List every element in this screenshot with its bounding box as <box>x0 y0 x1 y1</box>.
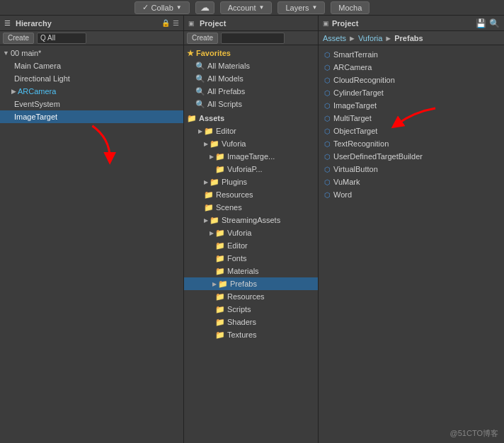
proj-item-all-prefabs[interactable]: 🔍 All Prefabs <box>184 85 318 98</box>
assets-section[interactable]: 📁 Assets <box>184 112 318 125</box>
proj-item-vuforiap-folder[interactable]: 📁 VuforiaP... <box>184 163 318 176</box>
assets-header-left: ▣ Project <box>323 19 358 28</box>
proj-item-all-scripts[interactable]: 🔍 All Scripts <box>184 98 318 110</box>
collab-caret: ▼ <box>176 4 182 11</box>
mocha-button[interactable]: Mocha <box>331 1 370 14</box>
asset-item-word[interactable]: ⬡ Word <box>319 188 504 201</box>
breadcrumb-vuforia[interactable]: Vuforia <box>358 34 382 42</box>
project-create-button[interactable]: Create <box>187 33 218 44</box>
asset-item-multi-target[interactable]: ⬡ MultiTarget <box>319 112 504 125</box>
asset-item-object-target[interactable]: ⬡ ObjectTarget <box>319 125 504 137</box>
hier-label-directional-light: Directional Light <box>14 74 70 83</box>
fonts-folder-icon: 📁 <box>215 254 225 263</box>
proj-item-editor[interactable]: ▶ 📁 Editor <box>184 125 318 137</box>
proj-label-resources2: Resources <box>227 292 265 301</box>
assets-panel-icon: ▣ <box>323 20 329 27</box>
proj-item-resources1[interactable]: 📁 Resources <box>184 188 318 201</box>
assets-header: ▣ Project 💾 🔍 <box>319 16 504 31</box>
assets-panel-title: Project <box>332 19 358 28</box>
proj-item-imagetarget-folder[interactable]: ▶ 📁 ImageTarge... <box>184 150 318 163</box>
breadcrumb-assets[interactable]: Assets <box>323 34 346 42</box>
proj-label-editor: Editor <box>216 127 236 135</box>
asset-item-cloud-recognition[interactable]: ⬡ CloudRecognition <box>319 74 504 86</box>
proj-label-imagetarget: ImageTarge... <box>227 152 275 161</box>
cloud-button[interactable]: ☁ <box>195 1 214 14</box>
collab-button[interactable]: ✓ Collab ▼ <box>134 1 190 14</box>
project-search-input[interactable] <box>221 33 285 44</box>
hierarchy-search-input[interactable] <box>37 33 86 44</box>
proj-label-all-scripts: All Scripts <box>207 100 242 108</box>
editor-folder-icon: 📁 <box>204 127 214 136</box>
editor-arrow: ▶ <box>198 128 202 134</box>
word-icon: ⬡ <box>324 191 331 199</box>
plugins-arrow: ▶ <box>204 179 208 185</box>
proj-item-scripts[interactable]: 📁 Scripts <box>184 303 318 316</box>
hier-item-image-target[interactable]: ImageTarget <box>0 110 183 123</box>
asset-label-object-target: ObjectTarget <box>333 127 377 135</box>
project-header: ▣ Project <box>184 16 318 31</box>
account-button[interactable]: Account ▼ <box>220 1 273 14</box>
hierarchy-create-button[interactable]: Create <box>3 33 34 44</box>
proj-item-fonts[interactable]: 📁 Fonts <box>184 252 318 265</box>
asset-item-virtual-button[interactable]: ⬡ VirtualButton <box>319 163 504 176</box>
asset-item-ar-camera[interactable]: ⬡ ARCamera <box>319 61 504 74</box>
collab-label: Collab <box>151 4 173 12</box>
lock-icon[interactable]: 🔒 <box>161 19 170 27</box>
proj-label-shaders: Shaders <box>227 318 256 326</box>
proj-item-editor2[interactable]: 📁 Editor <box>184 239 318 252</box>
asset-item-user-defined[interactable]: ⬡ UserDefinedTargetBuilder <box>319 150 504 163</box>
virtual-button-icon: ⬡ <box>324 166 331 173</box>
proj-label-all-materials: All Materials <box>207 62 250 70</box>
hier-item-main-camera[interactable]: Main Camera <box>0 59 183 72</box>
proj-item-plugins[interactable]: ▶ 📁 Plugins <box>184 176 318 188</box>
asset-label-user-defined: UserDefinedTargetBuilder <box>333 152 423 161</box>
streaming-arrow: ▶ <box>204 217 208 224</box>
proj-item-materials[interactable]: 📁 Materials <box>184 265 318 277</box>
asset-label-text-recognition: TextRecognition <box>333 139 389 148</box>
asset-label-word: Word <box>333 190 352 199</box>
layers-button[interactable]: Layers ▼ <box>277 1 325 14</box>
imagetarget-arrow: ▶ <box>210 154 214 160</box>
hier-item-00main[interactable]: ▼ 00 main* <box>0 47 183 59</box>
proj-item-resources2[interactable]: 📁 Resources <box>184 290 318 303</box>
hierarchy-toolbar: Create <box>0 31 183 45</box>
proj-item-textures[interactable]: 📁 Textures <box>184 328 318 341</box>
user-defined-icon: ⬡ <box>324 153 331 161</box>
proj-label-materials: Materials <box>227 267 259 275</box>
layers-caret: ▼ <box>311 4 317 11</box>
resources2-folder-icon: 📁 <box>215 292 225 301</box>
imagetarget-folder-icon: 📁 <box>215 152 225 161</box>
asset-item-vumark[interactable]: ⬡ VuMark <box>319 176 504 188</box>
asset-item-smart-terrain[interactable]: ⬡ SmartTerrain <box>319 48 504 61</box>
breadcrumb-sep2: ► <box>384 34 392 42</box>
hier-arrow-ar-camera: ▶ <box>11 88 16 95</box>
proj-item-vuforia1[interactable]: ▶ 📁 Vuforia <box>184 137 318 150</box>
favorites-section[interactable]: ★ Favorites <box>184 47 318 59</box>
search-panel-icon[interactable]: 🔍 <box>489 18 500 28</box>
proj-item-scenes[interactable]: 📁 Scenes <box>184 201 318 214</box>
asset-item-text-recognition[interactable]: ⬡ TextRecognition <box>319 137 504 150</box>
shaders-folder-icon: 📁 <box>215 318 225 327</box>
proj-item-prefabs[interactable]: ▶ 📁 Prefabs <box>184 277 318 290</box>
asset-item-cylinder-target[interactable]: ⬡ CylinderTarget <box>319 86 504 99</box>
proj-item-vuforia2[interactable]: ▶ 📁 Vuforia <box>184 226 318 239</box>
proj-label-scenes: Scenes <box>216 203 242 212</box>
save-icon[interactable]: 💾 <box>476 18 486 28</box>
proj-item-all-models[interactable]: 🔍 All Models <box>184 72 318 85</box>
proj-label-streaming: StreamingAssets <box>222 216 280 224</box>
vuforia2-folder-icon: 📁 <box>215 229 225 238</box>
hierarchy-header-icons: 🔒 ☰ <box>161 19 179 27</box>
hierarchy-header: ☰ Hierarchy 🔒 ☰ <box>0 16 183 31</box>
streaming-folder-icon: 📁 <box>210 216 219 225</box>
hier-item-ar-camera[interactable]: ▶ ARCamera <box>0 85 183 98</box>
hier-item-directional-light[interactable]: Directional Light <box>0 72 183 85</box>
hier-item-event-system[interactable]: EventSystem <box>0 98 183 110</box>
panel-menu-icon[interactable]: ☰ <box>173 19 179 27</box>
proj-item-streaming-assets[interactable]: ▶ 📁 StreamingAssets <box>184 214 318 226</box>
proj-item-all-materials[interactable]: 🔍 All Materials <box>184 59 318 72</box>
cloud-recognition-icon: ⬡ <box>324 76 331 84</box>
project-toolbar: Create <box>184 31 318 45</box>
asset-item-image-target[interactable]: ⬡ ImageTarget <box>319 99 504 112</box>
assets-breadcrumb: Assets ► Vuforia ► Prefabs <box>319 31 504 45</box>
proj-item-shaders[interactable]: 📁 Shaders <box>184 316 318 328</box>
